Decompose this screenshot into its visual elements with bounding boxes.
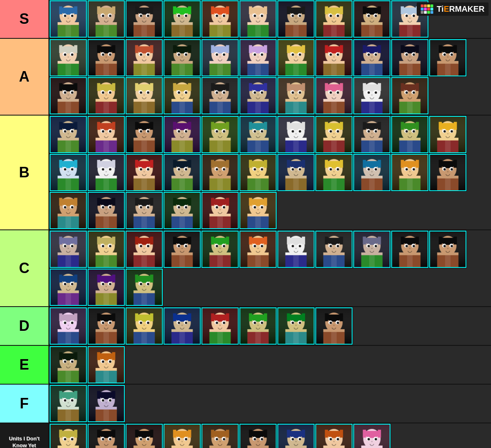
unit-cell-b-3[interactable] xyxy=(163,116,201,154)
unit-cell-a-8[interactable] xyxy=(353,39,391,77)
unit-cell-a-18[interactable] xyxy=(315,77,353,115)
unit-cell-d-4[interactable] xyxy=(201,307,239,345)
unit-cell-unknown-7[interactable] xyxy=(315,423,353,448)
unit-cell-s-0[interactable] xyxy=(49,0,87,38)
unit-cell-a-19[interactable] xyxy=(353,77,391,115)
unit-cell-f-1[interactable] xyxy=(87,385,125,423)
unit-cell-s-2[interactable] xyxy=(125,0,163,38)
tier-content-e xyxy=(48,346,491,384)
unit-cell-s-6[interactable] xyxy=(277,0,315,38)
unit-cell-a-14[interactable] xyxy=(163,77,201,115)
unit-cell-d-7[interactable] xyxy=(315,307,353,345)
tier-content-c xyxy=(48,230,491,306)
unit-cell-b-12[interactable] xyxy=(87,154,125,191)
unit-cell-c-6[interactable] xyxy=(277,230,315,268)
unit-cell-a-10[interactable] xyxy=(429,39,467,77)
unit-cell-a-17[interactable] xyxy=(277,77,315,115)
unit-cell-b-15[interactable] xyxy=(201,154,239,191)
unit-cell-a-1[interactable] xyxy=(87,39,125,77)
unit-cell-a-12[interactable] xyxy=(87,77,125,115)
unit-cell-unknown-2[interactable] xyxy=(125,423,163,448)
unit-cell-b-6[interactable] xyxy=(277,116,315,154)
unit-cell-unknown-0[interactable] xyxy=(49,423,87,448)
unit-cell-c-13[interactable] xyxy=(125,268,163,306)
unit-cell-s-4[interactable] xyxy=(201,0,239,38)
tier-content-b xyxy=(48,116,491,229)
unit-cell-d-3[interactable] xyxy=(163,307,201,345)
unit-cell-b-13[interactable] xyxy=(125,154,163,191)
unit-cell-b-14[interactable] xyxy=(163,154,201,191)
logo-text: TiERMAKER xyxy=(436,4,485,14)
unit-cell-d-5[interactable] xyxy=(239,307,277,345)
unit-cell-b-1[interactable] xyxy=(87,116,125,154)
unit-cell-b-20[interactable] xyxy=(391,154,429,191)
unit-cell-unknown-5[interactable] xyxy=(239,423,277,448)
tier-row-e: E xyxy=(0,346,491,385)
unit-cell-s-8[interactable] xyxy=(353,0,391,38)
unit-cell-b-22[interactable] xyxy=(49,191,87,229)
unit-cell-s-3[interactable] xyxy=(163,0,201,38)
unit-cell-c-8[interactable] xyxy=(353,230,391,268)
tier-list: TiERMAKER S A B C D E F xyxy=(0,0,491,448)
unit-cell-c-0[interactable] xyxy=(49,230,87,268)
unit-cell-b-10[interactable] xyxy=(429,116,467,154)
unit-cell-unknown-6[interactable] xyxy=(277,423,315,448)
unit-cell-b-5[interactable] xyxy=(239,116,277,154)
unit-cell-e-0[interactable] xyxy=(49,346,87,384)
unit-cell-a-15[interactable] xyxy=(201,77,239,115)
unit-cell-b-0[interactable] xyxy=(49,116,87,154)
unit-cell-unknown-8[interactable] xyxy=(353,423,391,448)
unit-cell-c-1[interactable] xyxy=(87,230,125,268)
unit-cell-c-12[interactable] xyxy=(87,268,125,306)
unit-cell-c-5[interactable] xyxy=(239,230,277,268)
unit-cell-s-5[interactable] xyxy=(239,0,277,38)
unit-cell-a-16[interactable] xyxy=(239,77,277,115)
unit-cell-d-2[interactable] xyxy=(125,307,163,345)
unit-cell-d-1[interactable] xyxy=(87,307,125,345)
tier-label-f: F xyxy=(0,385,48,423)
unit-cell-b-11[interactable] xyxy=(49,154,87,191)
unit-cell-s-1[interactable] xyxy=(87,0,125,38)
unit-cell-a-6[interactable] xyxy=(277,39,315,77)
unit-cell-e-1[interactable] xyxy=(87,346,125,384)
unit-cell-c-3[interactable] xyxy=(163,230,201,268)
unit-cell-b-26[interactable] xyxy=(201,191,239,229)
unit-cell-d-0[interactable] xyxy=(49,307,87,345)
unit-cell-a-13[interactable] xyxy=(125,77,163,115)
unit-cell-b-2[interactable] xyxy=(125,116,163,154)
unit-cell-b-8[interactable] xyxy=(353,116,391,154)
unit-cell-b-24[interactable] xyxy=(125,191,163,229)
unit-cell-s-7[interactable] xyxy=(315,0,353,38)
unit-cell-b-27[interactable] xyxy=(239,191,277,229)
unit-cell-b-7[interactable] xyxy=(315,116,353,154)
unit-cell-a-7[interactable] xyxy=(315,39,353,77)
unit-cell-unknown-1[interactable] xyxy=(87,423,125,448)
unit-cell-a-9[interactable] xyxy=(391,39,429,77)
unit-cell-c-9[interactable] xyxy=(391,230,429,268)
unit-cell-a-0[interactable] xyxy=(49,39,87,77)
unit-cell-c-10[interactable] xyxy=(429,230,467,268)
unit-cell-c-11[interactable] xyxy=(49,268,87,306)
unit-cell-b-17[interactable] xyxy=(277,154,315,191)
unit-cell-a-20[interactable] xyxy=(391,77,429,115)
unit-cell-a-3[interactable] xyxy=(163,39,201,77)
unit-cell-c-4[interactable] xyxy=(201,230,239,268)
unit-cell-c-7[interactable] xyxy=(315,230,353,268)
unit-cell-a-2[interactable] xyxy=(125,39,163,77)
unit-cell-a-4[interactable] xyxy=(201,39,239,77)
unit-cell-b-25[interactable] xyxy=(163,191,201,229)
unit-cell-b-16[interactable] xyxy=(239,154,277,191)
unit-cell-b-18[interactable] xyxy=(315,154,353,191)
unit-cell-b-9[interactable] xyxy=(391,116,429,154)
unit-cell-b-23[interactable] xyxy=(87,191,125,229)
unit-cell-b-21[interactable] xyxy=(429,154,467,191)
unit-cell-unknown-4[interactable] xyxy=(201,423,239,448)
unit-cell-b-4[interactable] xyxy=(201,116,239,154)
unit-cell-a-5[interactable] xyxy=(239,39,277,77)
unit-cell-a-11[interactable] xyxy=(49,77,87,115)
unit-cell-b-19[interactable] xyxy=(353,154,391,191)
unit-cell-d-6[interactable] xyxy=(277,307,315,345)
unit-cell-f-0[interactable] xyxy=(49,385,87,423)
unit-cell-unknown-3[interactable] xyxy=(163,423,201,448)
unit-cell-c-2[interactable] xyxy=(125,230,163,268)
